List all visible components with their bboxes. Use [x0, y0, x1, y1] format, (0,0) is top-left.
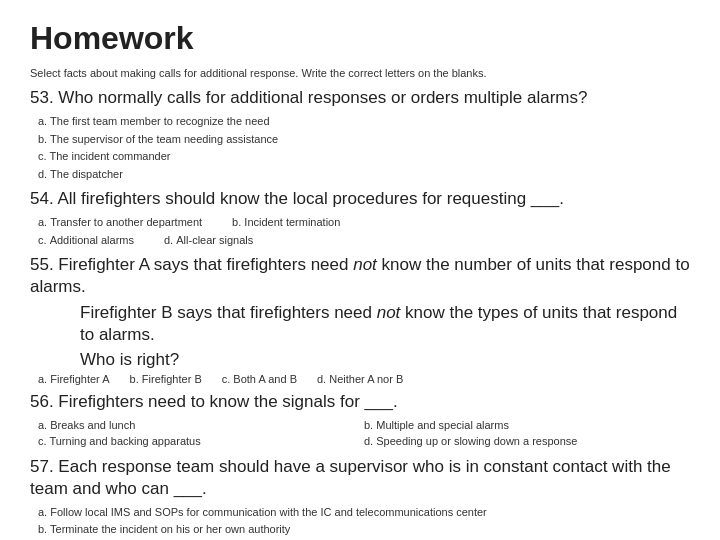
q55-heading: 55. Firefighter A says that firefighters… [30, 254, 690, 298]
q55-option-b: b. Firefighter B [130, 373, 202, 385]
q56-heading-text: Firefighters need to know the signals fo… [54, 392, 398, 411]
q56-option-c: c. Turning and backing apparatus [38, 433, 364, 450]
q54-option-b: b. Incident termination [232, 214, 340, 231]
q55-sub1-italic: not [377, 303, 401, 322]
q53-option-d: d. The dispatcher [38, 166, 690, 183]
q54-option-a: a. Transfer to another department [38, 214, 202, 231]
q54-heading-text: All firefighters should know the local p… [54, 189, 564, 208]
q55-option-a: a. Firefighter A [38, 373, 110, 385]
q57-option-b: b. Terminate the incident on his or her … [38, 521, 690, 538]
instructions: Select facts about making calls for addi… [30, 67, 690, 79]
q54-options-row1: a. Transfer to another department b. Inc… [38, 214, 690, 231]
q54-option-d: d. All-clear signals [164, 232, 253, 249]
q54-options-row2: c. Additional alarms d. All-clear signal… [38, 232, 690, 249]
q55-sub2: Who is right? [80, 349, 690, 371]
question-54: 54. All firefighters should know the loc… [30, 188, 690, 248]
question-56: 56. Firefighters need to know the signal… [30, 391, 690, 450]
q56-option-b: b. Multiple and special alarms [364, 417, 690, 434]
q53-heading-text: Who normally calls for additional respon… [54, 88, 588, 107]
q56-options: a. Breaks and lunch b. Multiple and spec… [38, 417, 690, 450]
q57-option-a: a. Follow local IMS and SOPs for communi… [38, 504, 690, 521]
q56-heading: 56. Firefighters need to know the signal… [30, 391, 690, 413]
q54-option-c: c. Additional alarms [38, 232, 134, 249]
q55-sub1: Firefighter B says that firefighters nee… [80, 302, 690, 346]
q55-number: 55. [30, 255, 54, 274]
q57-number: 57. [30, 457, 54, 476]
question-53: 53. Who normally calls for additional re… [30, 87, 690, 182]
q56-option-a: a. Breaks and lunch [38, 417, 364, 434]
q53-option-a: a. The first team member to recognize th… [38, 113, 690, 130]
q55-sub1-part1: Firefighter B says that firefighters nee… [80, 303, 377, 322]
q53-heading: 53. Who normally calls for additional re… [30, 87, 690, 109]
q55-answer-options: a. Firefighter A b. Firefighter B c. Bot… [38, 373, 690, 385]
q53-number: 53. [30, 88, 54, 107]
q54-number: 54. [30, 189, 54, 208]
q53-option-c: c. The incident commander [38, 148, 690, 165]
q56-number: 56. [30, 392, 54, 411]
q55-option-c: c. Both A and B [222, 373, 297, 385]
question-57: 57. Each response team should have a sup… [30, 456, 690, 540]
q56-option-d: d. Speeding up or slowing down a respons… [364, 433, 690, 450]
page-title: Homework [30, 20, 690, 57]
question-55: 55. Firefighter A says that firefighters… [30, 254, 690, 384]
q57-heading-text: Each response team should have a supervi… [30, 457, 671, 498]
q55-option-d: d. Neither A nor B [317, 373, 403, 385]
q55-heading-part1: Firefighter A says that firefighters nee… [54, 255, 354, 274]
q53-option-b: b. The supervisor of the team needing as… [38, 131, 690, 148]
q57-heading: 57. Each response team should have a sup… [30, 456, 690, 500]
q55-heading-italic: not [353, 255, 377, 274]
q54-heading: 54. All firefighters should know the loc… [30, 188, 690, 210]
